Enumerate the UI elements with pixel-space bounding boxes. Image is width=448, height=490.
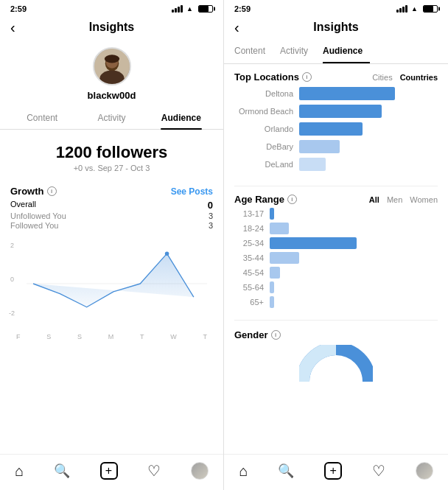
tab-activity-left[interactable]: Activity [77, 107, 146, 129]
divider-2 [234, 320, 438, 321]
nav-search-left[interactable]: 🔍 [54, 463, 70, 479]
username: blackw00d [88, 90, 136, 101]
location-bar-deland [299, 158, 326, 171]
x-label-s2: S [77, 333, 82, 340]
gender-donut-svg [299, 345, 373, 385]
divider-1 [234, 186, 438, 186]
nav-heart-right[interactable]: ♡ [372, 462, 385, 480]
list-item: 35-44 [234, 252, 438, 264]
status-icons-left: ▲ [172, 5, 213, 13]
time-left: 2:59 [10, 4, 27, 13]
growth-label-overall: Overall [10, 200, 36, 211]
growth-row-overall: Overall 0 [10, 200, 213, 211]
header-right: ‹ Insights [224, 16, 448, 40]
growth-row-unfollowed: Unfollowed You 3 [10, 211, 213, 220]
avatar-image [94, 47, 130, 85]
nav-add-left[interactable]: + [100, 462, 118, 480]
x-label-w: W [170, 333, 177, 340]
growth-chart-svg [16, 236, 207, 332]
age-label-45: 45-54 [234, 268, 264, 277]
chart-y-label-2: 2 [10, 242, 14, 249]
svg-point-4 [104, 55, 119, 63]
see-posts-button[interactable]: See Posts [171, 186, 213, 197]
nav-heart-left[interactable]: ♡ [147, 462, 161, 480]
growth-value-unfollowed: 3 [209, 211, 213, 220]
followers-count: 1200 followers [0, 143, 223, 162]
top-locations-title: Top Locations i [234, 71, 312, 83]
toggle-men[interactable]: Men [387, 195, 402, 204]
tabs-right: Content Activity Audience [224, 40, 448, 64]
gender-info-icon: i [271, 330, 281, 340]
location-name-deltona: Deltona [234, 89, 293, 98]
age-bar-65 [270, 296, 274, 308]
growth-header: Growth i See Posts [10, 186, 213, 197]
gender-title: Gender i [234, 329, 438, 340]
nav-search-right[interactable]: 🔍 [278, 463, 294, 479]
bottom-nav-right: ⌂ 🔍 + ♡ [224, 454, 448, 490]
svg-point-7 [165, 251, 169, 255]
page-title-left: Insights [89, 21, 134, 34]
age-bar-25 [270, 237, 357, 249]
signal-icon-left [172, 5, 183, 13]
list-item: Orlando [234, 122, 438, 136]
tab-content-left[interactable]: Content [7, 107, 77, 129]
location-bar-deltona [299, 87, 395, 100]
wifi-icon-left: ▲ [186, 5, 193, 13]
toggle-women[interactable]: Women [410, 195, 438, 204]
list-item: Deltona [234, 87, 438, 100]
location-name-debary: DeBary [234, 142, 293, 151]
age-bar-35 [270, 252, 299, 264]
locations-toggle: Cities Countries [372, 73, 438, 82]
tab-content-right[interactable]: Content [234, 40, 273, 63]
time-right: 2:59 [234, 4, 251, 13]
growth-stats: Overall 0 Unfollowed You 3 Followed You … [10, 200, 213, 230]
age-range-title: Age Range i [234, 194, 297, 205]
page-title-right: Insights [313, 21, 358, 34]
chart-x-labels: F S S M T W T [10, 332, 213, 340]
tab-activity-right[interactable]: Activity [280, 40, 315, 63]
nav-profile-left[interactable] [191, 462, 209, 480]
age-info-icon: i [287, 195, 297, 204]
growth-section: Growth i See Posts Overall 0 Unfollowed … [0, 175, 223, 343]
age-label-35: 35-44 [234, 253, 264, 262]
age-bar-55 [270, 281, 274, 293]
location-bar-orlando [299, 122, 363, 136]
battery-icon-right [423, 5, 438, 13]
chart-y-label-neg2: -2 [9, 309, 15, 317]
gender-section: Gender i [224, 325, 448, 385]
growth-chart: 2 0 -2 [10, 236, 213, 332]
toggle-all[interactable]: All [369, 195, 379, 204]
back-button-right[interactable]: ‹ [234, 19, 239, 36]
x-label-t2: T [203, 333, 207, 340]
list-item: DeBary [234, 140, 438, 153]
location-name-orlando: Orlando [234, 125, 293, 133]
age-list: 13-17 18-24 25-34 35-44 45-54 55-64 65+ [224, 208, 448, 311]
nav-home-left[interactable]: ⌂ [15, 463, 24, 480]
age-bar-18 [270, 223, 289, 234]
growth-value-followed: 3 [209, 221, 213, 230]
location-name-deland: DeLand [234, 160, 293, 169]
svg-marker-6 [33, 253, 194, 307]
tab-audience-right[interactable]: Audience [323, 40, 370, 63]
status-icons-right: ▲ [396, 5, 438, 13]
growth-row-followed: Followed You 3 [10, 221, 213, 230]
growth-label-followed: Followed You [10, 221, 58, 230]
growth-title: Growth i [10, 186, 57, 197]
age-toggle: All Men Women [369, 195, 438, 204]
toggle-cities[interactable]: Cities [372, 73, 393, 82]
back-button-left[interactable]: ‹ [10, 19, 15, 36]
tabs-left: Content Activity Audience [0, 107, 223, 130]
location-name-ormond: Ormond Beach [234, 107, 293, 116]
location-bar-ormond [299, 105, 382, 118]
list-item: 18-24 [234, 223, 438, 234]
toggle-countries[interactable]: Countries [400, 73, 438, 82]
followers-period: +0 vs. Sep 27 - Oct 3 [0, 164, 223, 172]
nav-add-right[interactable]: + [324, 462, 342, 480]
nav-profile-right[interactable] [416, 462, 433, 480]
nav-home-right[interactable]: ⌂ [239, 463, 248, 480]
list-item: 25-34 [234, 237, 438, 249]
tab-audience-left[interactable]: Audience [147, 107, 216, 129]
x-label-s1: S [46, 333, 51, 340]
list-item: Ormond Beach [234, 105, 438, 118]
status-bar-left: 2:59 ▲ [0, 0, 223, 16]
